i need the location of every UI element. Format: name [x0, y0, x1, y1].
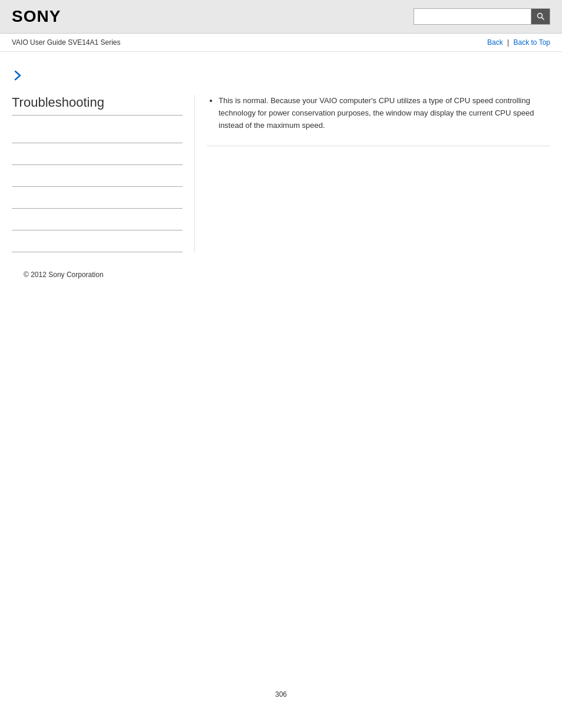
- sidebar-link-4[interactable]: [12, 197, 183, 206]
- sidebar-link-1[interactable]: [12, 132, 183, 140]
- back-link[interactable]: Back: [487, 38, 503, 47]
- main-content: Troubleshooting: [0, 52, 562, 314]
- header: SONY: [0, 0, 562, 34]
- copyright-text: © 2012 Sony Corporation: [24, 271, 104, 279]
- svg-point-0: [537, 14, 542, 18]
- content-block: This is normal. Because your VAIO comput…: [207, 95, 550, 146]
- bullet-item: This is normal. Because your VAIO comput…: [219, 95, 550, 131]
- list-item: [12, 165, 183, 187]
- sidebar-links: [12, 121, 183, 252]
- chevron-container: [12, 70, 550, 83]
- page-number: 306: [263, 678, 299, 710]
- list-item: [12, 121, 183, 143]
- content-layout: Troubleshooting: [12, 95, 550, 252]
- section-title: Troubleshooting: [12, 95, 183, 116]
- guide-title: VAIO User Guide SVE14A1 Series: [12, 38, 121, 47]
- chevron-right-icon: [12, 70, 24, 81]
- nav-links: Back | Back to Top: [487, 38, 550, 47]
- list-item: [12, 187, 183, 209]
- sidebar-link-3[interactable]: [12, 176, 183, 184]
- sidebar-link-6[interactable]: [12, 241, 183, 249]
- footer: © 2012 Sony Corporation: [12, 252, 550, 291]
- left-sidebar: Troubleshooting: [12, 95, 194, 252]
- sidebar-link-2[interactable]: [12, 154, 183, 162]
- bullet-list: This is normal. Because your VAIO comput…: [207, 95, 550, 131]
- search-input[interactable]: [414, 8, 531, 25]
- list-item: [12, 230, 183, 252]
- svg-line-1: [541, 18, 544, 20]
- breadcrumb-bar: VAIO User Guide SVE14A1 Series Back | Ba…: [0, 34, 562, 52]
- list-item: [12, 209, 183, 230]
- back-to-top-link[interactable]: Back to Top: [514, 38, 550, 47]
- list-item: [12, 143, 183, 165]
- nav-separator: |: [507, 38, 511, 47]
- search-icon: [537, 12, 545, 21]
- sony-logo: SONY: [12, 7, 61, 26]
- search-button[interactable]: [531, 8, 550, 25]
- sidebar-link-5[interactable]: [12, 219, 183, 228]
- search-area: [414, 8, 550, 25]
- right-content: This is normal. Because your VAIO comput…: [194, 95, 550, 252]
